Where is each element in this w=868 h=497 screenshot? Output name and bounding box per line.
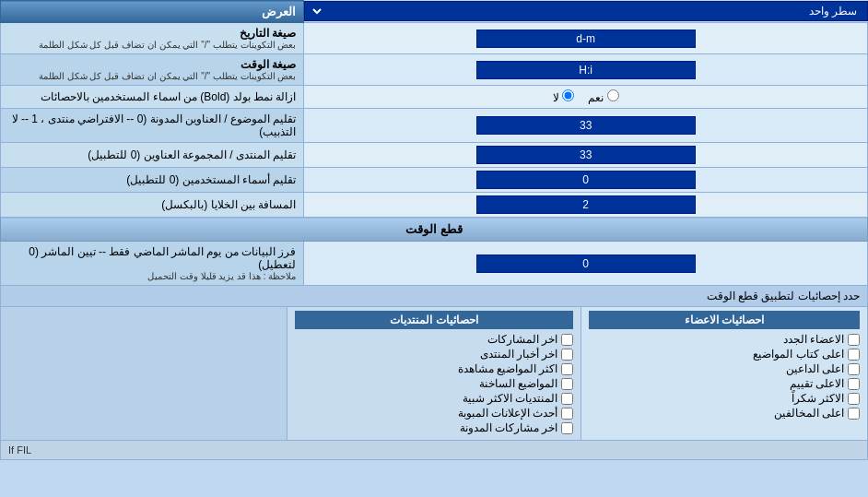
date-format-sublabel: بعض التكوينات يتطلب "/" التي يمكن ان تضا… <box>8 40 296 50</box>
time-format-input[interactable] <box>476 61 696 79</box>
stat-classifieds-cb[interactable] <box>561 408 573 420</box>
forum-group-input[interactable] <box>476 146 696 164</box>
subject-titles-input[interactable] <box>476 116 696 135</box>
posts-stats-header: احصائيات المنتديات <box>295 311 574 329</box>
date-format-input[interactable] <box>476 30 696 48</box>
stat-most-viewed-cb[interactable] <box>561 363 573 375</box>
stat-blog-posts-cb[interactable] <box>561 422 573 434</box>
members-stats-header: احصائيات الاعضاء <box>589 311 860 329</box>
member-stat-new: الاعضاء الجدد <box>589 333 860 346</box>
stat-forum-news: اخر أخبار المنتدى <box>480 348 558 361</box>
bold-radio-no[interactable]: لا <box>553 91 574 104</box>
stat-blog-posts: اخر مشاركات المدونة <box>460 421 558 434</box>
member-stat-thanks: الاكثر شكراً <box>589 392 860 405</box>
stat-hot-topics: المواضيع الساخنة <box>479 377 557 390</box>
member-stat-inviters: اعلى الداعين <box>589 362 860 375</box>
cutoff-row-label: فرز البيانات من يوم الماشر الماضي فقط --… <box>8 245 296 271</box>
forum-group-label: تقليم المنتدى / المجموعة العناوين (0 للت… <box>8 148 296 161</box>
bold-remove-label: ازالة نمط بولد (Bold) من اسماء المستخدمي… <box>8 90 296 103</box>
stat-forum-news-cb[interactable] <box>561 349 573 361</box>
time-format-sublabel: بعض التكوينات يتطلب "/" التي يمكن ان تضا… <box>8 71 296 81</box>
date-format-label: صيغة التاريخ <box>8 27 296 40</box>
stat-last-posts: اخر المشاركات <box>487 333 557 346</box>
page-title: العرض <box>262 5 296 18</box>
stat-classifieds: أحدث الإعلانات المبوبة <box>458 407 558 420</box>
cell-spacing-input[interactable] <box>476 195 696 214</box>
cutoff-value-input[interactable] <box>476 254 696 273</box>
stat-hot-topics-cb[interactable] <box>561 378 573 390</box>
usernames-input[interactable] <box>476 171 696 189</box>
stat-most-viewed: اكثر المواضيع مشاهدة <box>458 362 558 375</box>
apply-label: حدد إحصائيات لتطبيق قطع الوقت <box>707 290 860 302</box>
cutoff-row-sublabel: ملاحظة : هذا قد يزيد قليلا وقت التحميل <box>8 271 296 281</box>
usernames-label: تقليم أسماء المستخدمين (0 للتطبيل) <box>8 173 296 186</box>
single-row-select[interactable]: سطر واحد <box>311 4 861 18</box>
time-format-label: صيغة الوقت <box>8 58 296 71</box>
stat-similar-forums: المنتديات الاكثر شبية <box>463 392 558 405</box>
stat-similar-forums-cb[interactable] <box>561 393 573 405</box>
subject-titles-label: تقليم الموضوع / العناوين المدونة (0 -- ا… <box>8 112 296 138</box>
member-stat-rated: الاعلى تقييم <box>589 377 860 390</box>
bold-radio-yes[interactable]: نعم <box>585 91 619 104</box>
member-stat-violations: اعلى المخالفين <box>589 407 860 420</box>
cell-spacing-label: المسافة بين الخلايا (بالبكسل) <box>8 198 296 211</box>
stat-last-posts-cb[interactable] <box>561 334 573 346</box>
member-stat-authors: اعلى كتاب المواضيع <box>589 348 860 361</box>
bottom-text: If FIL <box>8 444 31 456</box>
cutoff-section-title: قطع الوقت <box>405 222 463 236</box>
